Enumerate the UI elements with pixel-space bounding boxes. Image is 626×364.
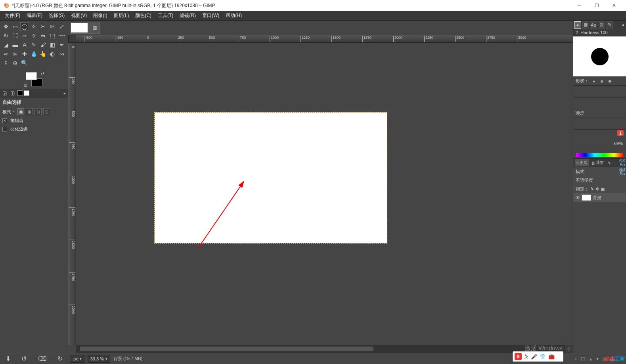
ink-icon[interactable]: ✑ — [2, 50, 10, 58]
channels-tab[interactable]: ▥通道 — [590, 159, 605, 166]
warp-icon[interactable]: 〰 — [57, 31, 66, 40]
ime-voice-icon[interactable]: 🎤 — [531, 354, 537, 360]
menu-E[interactable]: 编辑(E) — [23, 11, 46, 20]
menu-C[interactable]: 颜色(C) — [132, 11, 155, 20]
scale-icon[interactable]: ⛶ — [11, 31, 19, 40]
warning-badge[interactable]: 1 — [617, 130, 624, 136]
reset-colors-icon[interactable]: ◱ — [24, 84, 27, 87]
lock-paint-icon[interactable]: ✎ — [590, 187, 594, 192]
ime-skin-icon[interactable]: 👕 — [540, 354, 546, 360]
dock-menu-icon[interactable]: ◂ — [61, 90, 67, 96]
zoom-field[interactable]: 33.3 %▾ — [88, 355, 110, 363]
device-tab-icon[interactable]: ◫ — [9, 90, 16, 97]
patterns-tab-icon[interactable]: ▦ — [582, 21, 589, 29]
color-picker-icon[interactable]: ⤉ — [2, 59, 10, 67]
spacing-gradient[interactable] — [576, 153, 624, 157]
tool-options-tab-icon[interactable]: ◲ — [1, 90, 8, 97]
horizontal-scrollbar[interactable] — [76, 345, 565, 353]
smudge-icon[interactable]: 👆 — [39, 50, 48, 58]
close-button[interactable]: ✕ — [605, 0, 623, 11]
move-tool-icon[interactable]: ✥ — [2, 22, 10, 31]
mode-subtract-icon[interactable]: ⊟ — [34, 108, 42, 115]
path-icon[interactable]: ↝ — [57, 50, 66, 58]
shear-icon[interactable]: ▱ — [20, 31, 29, 40]
paintbrush-icon[interactable]: 🖌 — [39, 40, 48, 49]
rect-select-icon[interactable]: ▭ — [11, 22, 19, 31]
menu-S[interactable]: 选择(S) — [46, 11, 68, 20]
ime-bar[interactable]: S 英 🎤 👕 🧰 — [513, 351, 563, 362]
shape-circle-icon[interactable]: ● — [591, 78, 597, 84]
dodge-icon[interactable]: ◐ — [48, 50, 57, 58]
minimize-button[interactable]: ─ — [570, 0, 588, 11]
navigation-icon[interactable]: ⊹ — [565, 345, 573, 353]
mode-add-icon[interactable]: ⊞ — [26, 108, 33, 115]
menu-R[interactable]: 滤镜(R) — [176, 11, 199, 20]
foreground-color-swatch[interactable] — [26, 72, 37, 80]
reset-options-icon[interactable]: ↻ — [57, 355, 63, 362]
feather-checkbox[interactable] — [2, 127, 7, 131]
rotate-icon[interactable]: ↻ — [2, 31, 10, 40]
flip-icon[interactable]: ⇋ — [39, 31, 48, 40]
blur-icon[interactable]: 💧 — [29, 50, 38, 58]
shape-square-icon[interactable]: ■ — [599, 78, 605, 84]
clone-icon[interactable]: ⎘ — [11, 50, 19, 58]
heal-icon[interactable]: ✚ — [20, 50, 29, 58]
menu-V[interactable]: 视图(V) — [68, 11, 90, 20]
lock-alpha-icon[interactable]: ▦ — [601, 187, 605, 192]
fonts-tab-icon[interactable]: Aa — [590, 21, 597, 29]
fuzzy-select-icon[interactable]: ✧ — [29, 22, 38, 31]
ruler-corner[interactable] — [68, 35, 76, 43]
brush-dock-menu-icon[interactable]: ◂ — [620, 22, 625, 28]
layer-item[interactable]: 👁 背景 — [573, 193, 626, 202]
mode-replace-icon[interactable]: ▣ — [17, 108, 24, 115]
lock-position-icon[interactable]: ✥ — [595, 187, 599, 192]
mini-white-swatch[interactable] — [24, 90, 29, 96]
save-options-icon[interactable]: ⬇ — [6, 355, 11, 362]
mini-black-swatch[interactable] — [17, 90, 23, 96]
menu-F[interactable]: 文件(F) — [2, 11, 23, 20]
radius-slider[interactable] — [573, 86, 626, 97]
cage-icon[interactable]: ⬚ — [48, 31, 57, 40]
layer-group-icon[interactable]: ⬚ — [581, 356, 585, 362]
maximize-button[interactable]: ☐ — [588, 0, 605, 11]
eraser-icon[interactable]: ◧ — [48, 40, 57, 49]
airbrush-icon[interactable]: ✒ — [57, 40, 66, 49]
pencil-icon[interactable]: ✎ — [29, 40, 38, 49]
mode-intersect-icon[interactable]: ⊡ — [43, 108, 50, 115]
canvas-viewport[interactable] — [76, 43, 573, 345]
menu-H[interactable]: 帮助(H) — [222, 11, 245, 20]
transform-icon[interactable]: ⤢ — [57, 22, 66, 31]
paths-tab-icon[interactable]: ↯ — [606, 160, 613, 166]
ime-toolbox-icon[interactable]: 🧰 — [548, 354, 555, 360]
brushes-tab-icon[interactable]: ● — [574, 21, 581, 29]
layers-tab[interactable]: ≡ 图层 — [575, 159, 589, 166]
vertical-ruler[interactable]: 025050075010001250150017502000 — [68, 43, 76, 345]
close-tab-icon[interactable]: ⊠ — [91, 24, 99, 32]
free-select-icon[interactable]: ◯ — [20, 22, 29, 31]
new-layer-icon[interactable]: ▫ — [575, 356, 576, 362]
menu-I[interactable]: 图像(I) — [90, 11, 110, 20]
menu-W[interactable]: 窗口(W) — [199, 11, 222, 20]
brush-preview[interactable] — [573, 36, 626, 77]
hardness-slider[interactable] — [573, 118, 626, 130]
restore-options-icon[interactable]: ↺ — [21, 355, 27, 362]
shape-diamond-icon[interactable]: ◆ — [607, 78, 613, 84]
unit-dropdown[interactable]: px▾ — [71, 355, 84, 363]
layer-up-icon[interactable]: ▴ — [590, 356, 592, 362]
bucket-icon[interactable]: ◢ — [2, 40, 10, 49]
measure-icon[interactable]: ⊕ — [11, 59, 19, 67]
editor-tab-icon[interactable]: ✎ — [606, 21, 613, 29]
layer-down-icon[interactable]: ▾ — [596, 356, 599, 362]
scissors-icon[interactable]: ✄ — [48, 22, 57, 31]
antialias-checkbox[interactable]: ✕ — [2, 118, 7, 123]
visibility-icon[interactable]: 👁 — [576, 195, 580, 200]
history-tab-icon[interactable]: ▤ — [598, 21, 605, 29]
perspective-icon[interactable]: ◊ — [29, 31, 38, 40]
swap-colors-icon[interactable]: ⇄ — [41, 71, 44, 76]
menu-L[interactable]: 图层(L) — [111, 11, 132, 20]
delete-options-icon[interactable]: ⌫ — [38, 355, 47, 362]
text-icon[interactable]: A — [20, 40, 29, 49]
zoom-icon[interactable]: 🔍 — [20, 59, 29, 67]
crop-icon[interactable]: ✂ — [39, 22, 48, 31]
image-tab[interactable]: ⊠ — [70, 22, 100, 34]
